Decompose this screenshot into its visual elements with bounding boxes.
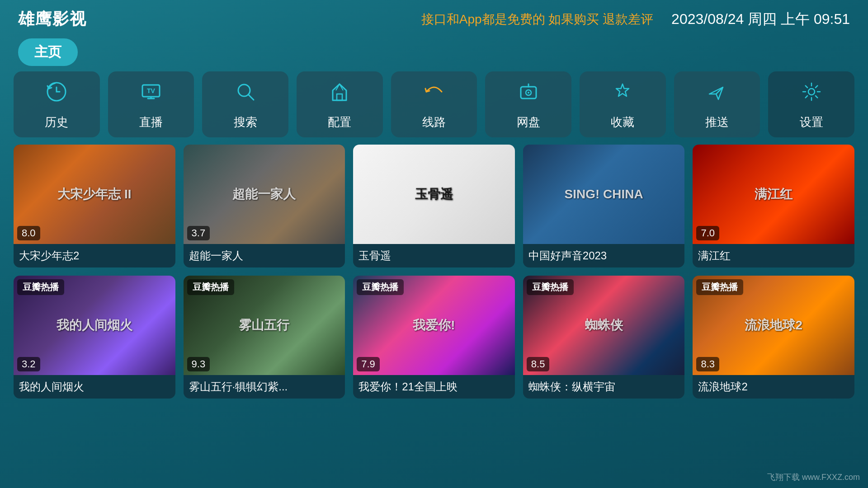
movie-card-9[interactable]: 豆瓣热播 流浪地球2 8.3 流浪地球2: [693, 276, 854, 399]
nav-bar: 主页: [0, 35, 868, 71]
quick-label-route: 线路: [422, 114, 446, 130]
movie-card-8[interactable]: 豆瓣热播 蜘蛛侠 8.5 蜘蛛侠：纵横宇宙: [523, 276, 685, 399]
poster-text-6: 雾山五行: [191, 317, 337, 334]
quick-item-route[interactable]: 线路: [391, 71, 477, 137]
svg-line-6: [248, 94, 254, 100]
poster-text-0: 大宋少年志 II: [22, 186, 167, 203]
movie-title-9: 流浪地球2: [693, 375, 854, 399]
movie-card-3[interactable]: SING! CHINA 中国好声音2023: [523, 145, 685, 267]
movie-card-1[interactable]: 超能一家人 3.7 超能一家人: [184, 145, 345, 267]
poster-text-7: 我爱你!: [361, 317, 507, 334]
poster-text-5: 我的人间烟火: [22, 317, 167, 334]
rating-badge-7: 7.9: [357, 357, 380, 371]
movie-grid-row1: 大宋少年志 II 8.0 大宋少年志2 超能一家人 3.7 超能一家人 玉骨遥 …: [14, 145, 854, 267]
svg-point-10: [528, 92, 529, 94]
datetime: 2023/08/24 周四 上午 09:51: [671, 9, 850, 29]
poster-text-9: 流浪地球2: [701, 317, 846, 334]
home-button[interactable]: 主页: [18, 38, 78, 66]
movie-title-2: 玉骨遥: [353, 244, 515, 267]
movie-card-7[interactable]: 豆瓣热播 我爱你! 7.9 我爱你！21全国上映: [353, 276, 515, 399]
live-icon: TV: [140, 80, 162, 110]
quick-label-push: 推送: [705, 114, 729, 130]
watermark-text: 飞翔下载 www.FXXZ.com: [767, 473, 860, 482]
quick-label-collect: 收藏: [611, 114, 634, 130]
movie-card-6[interactable]: 豆瓣热播 雾山五行 9.3 雾山五行·犋犋幻紫...: [184, 276, 345, 399]
movie-title-6: 雾山五行·犋犋幻紫...: [184, 375, 345, 399]
movie-poster-4: 满江红 7.0: [693, 145, 854, 244]
rating-badge-8: 8.5: [527, 357, 550, 371]
movie-title-5: 我的人间烟火: [14, 375, 175, 399]
rating-badge-5: 3.2: [17, 357, 40, 371]
poster-text-1: 超能一家人: [191, 186, 337, 203]
svg-text:TV: TV: [147, 87, 156, 94]
movie-poster-3: SING! CHINA: [523, 145, 685, 244]
quick-label-config: 配置: [328, 114, 351, 130]
quick-item-config[interactable]: 配置: [297, 71, 383, 137]
movie-card-0[interactable]: 大宋少年志 II 8.0 大宋少年志2: [14, 145, 175, 267]
movie-poster-7: 豆瓣热播 我爱你! 7.9: [353, 276, 515, 375]
quick-item-push[interactable]: 推送: [674, 71, 760, 137]
settings-icon: [800, 80, 823, 110]
movie-card-5[interactable]: 豆瓣热播 我的人间烟火 3.2 我的人间烟火: [14, 276, 175, 399]
movie-title-0: 大宋少年志2: [14, 244, 175, 267]
movie-card-4[interactable]: 满江红 7.0 满江红: [693, 145, 854, 267]
movie-row-1: 大宋少年志 II 8.0 大宋少年志2 超能一家人 3.7 超能一家人 玉骨遥 …: [0, 145, 868, 267]
movie-poster-1: 超能一家人 3.7: [184, 145, 345, 244]
movie-title-8: 蜘蛛侠：纵横宇宙: [523, 375, 685, 399]
movie-poster-0: 大宋少年志 II 8.0: [14, 145, 175, 244]
watermark: 飞翔下载 www.FXXZ.com: [767, 472, 860, 483]
quick-item-disk[interactable]: 网盘: [485, 71, 571, 137]
quick-item-search[interactable]: 搜索: [202, 71, 288, 137]
movie-title-7: 我爱你！21全国上映: [353, 375, 515, 399]
history-icon: [45, 80, 68, 110]
movie-poster-8: 豆瓣热播 蜘蛛侠 8.5: [523, 276, 685, 375]
movie-grid-row2: 豆瓣热播 我的人间烟火 3.2 我的人间烟火 豆瓣热播 雾山五行 9.3 雾山五…: [14, 276, 854, 399]
quick-item-collect[interactable]: 收藏: [580, 71, 666, 137]
collect-icon: [611, 80, 634, 110]
movie-poster-6: 豆瓣热播 雾山五行 9.3: [184, 276, 345, 375]
movie-poster-9: 豆瓣热播 流浪地球2 8.3: [693, 276, 854, 375]
quick-label-settings: 设置: [800, 114, 823, 130]
app-title: 雄鹰影视: [18, 8, 87, 30]
config-icon: [328, 80, 351, 110]
movie-poster-5: 豆瓣热播 我的人间烟火 3.2: [14, 276, 175, 375]
disk-icon: [517, 80, 540, 110]
header-right: 接口和App都是免费的 如果购买 退款差评 2023/08/24 周四 上午 0…: [421, 9, 850, 29]
header: 雄鹰影视 接口和App都是免费的 如果购买 退款差评 2023/08/24 周四…: [0, 0, 868, 35]
poster-text-4: 满江红: [701, 186, 846, 203]
svg-point-13: [808, 89, 815, 95]
movie-card-2[interactable]: 玉骨遥 玉骨遥: [353, 145, 515, 267]
search-icon: [234, 80, 257, 110]
quick-item-history[interactable]: 历史: [14, 71, 100, 137]
movie-title-3: 中国好声音2023: [523, 244, 685, 267]
movie-poster-2: 玉骨遥: [353, 145, 515, 244]
quick-label-search: 搜索: [234, 114, 257, 130]
quick-item-live[interactable]: TV 直播: [108, 71, 194, 137]
quick-access-bar: 历史 TV 直播 搜索 配置: [0, 71, 868, 145]
poster-text-8: 蜘蛛侠: [531, 317, 677, 334]
quick-label-history: 历史: [45, 114, 68, 130]
movie-row-2: 豆瓣热播 我的人间烟火 3.2 我的人间烟火 豆瓣热播 雾山五行 9.3 雾山五…: [0, 276, 868, 399]
hot-badge-7: 豆瓣热播: [357, 279, 404, 295]
svg-rect-7: [337, 94, 342, 100]
hot-badge-8: 豆瓣热播: [527, 279, 574, 295]
quick-label-disk: 网盘: [517, 114, 540, 130]
movie-title-4: 满江红: [693, 244, 854, 267]
rating-badge-0: 8.0: [17, 226, 40, 240]
hot-badge-5: 豆瓣热播: [17, 279, 64, 295]
movie-title-1: 超能一家人: [184, 244, 345, 267]
quick-item-settings[interactable]: 设置: [768, 71, 854, 137]
poster-text-2: 玉骨遥: [361, 186, 507, 203]
rating-badge-1: 3.7: [187, 226, 210, 240]
quick-label-live: 直播: [139, 114, 163, 130]
poster-text-3: SING! CHINA: [531, 187, 677, 202]
hot-badge-9: 豆瓣热播: [696, 279, 743, 295]
rating-badge-4: 7.0: [696, 226, 719, 240]
push-icon: [706, 80, 728, 110]
hot-badge-6: 豆瓣热播: [187, 279, 234, 295]
rating-badge-9: 8.3: [696, 357, 719, 371]
route-icon: [423, 80, 445, 110]
notice-text: 接口和App都是免费的 如果购买 退款差评: [421, 11, 653, 28]
rating-badge-6: 9.3: [187, 357, 210, 371]
